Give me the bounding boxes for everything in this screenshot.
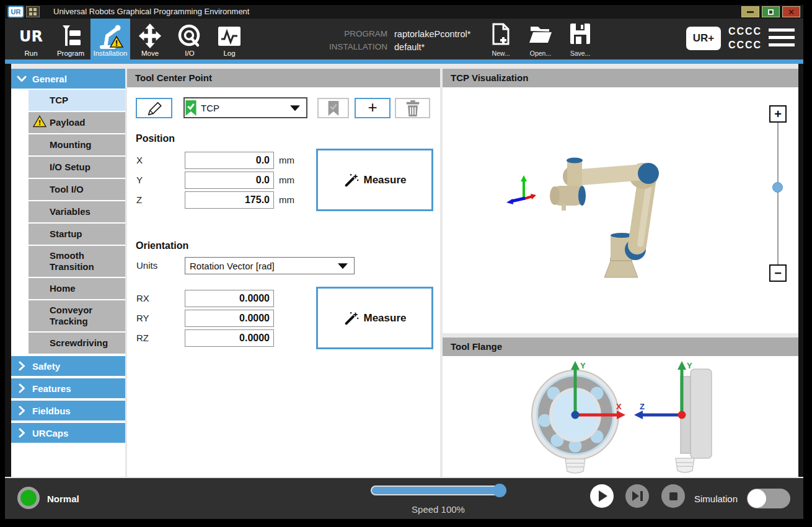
sidebar-section-fieldbus[interactable]: Fieldbus <box>11 401 125 420</box>
sidebar-item-tool-io[interactable]: Tool I/O <box>29 179 125 200</box>
sidebar-item-smooth-transition[interactable]: Smooth Transition <box>29 246 125 277</box>
sidebar-item-payload[interactable]: ! Payload <box>29 112 125 133</box>
units-dropdown-value: Rotation Vector [rad] <box>190 261 275 271</box>
footer-bar: Normal Speed 100% Simulation <box>5 478 803 519</box>
ry-label: RY <box>136 310 180 327</box>
stop-icon <box>669 492 677 500</box>
y-field[interactable] <box>185 172 274 189</box>
sidebar-item-home[interactable]: Home <box>29 278 125 299</box>
sidebar-section-features[interactable]: Features <box>11 378 125 398</box>
program-tree-icon <box>58 23 83 49</box>
speed-slider-handle[interactable] <box>493 484 506 497</box>
sidebar-item-io-setup[interactable]: I/O Setup <box>29 157 125 178</box>
robot-status-indicator[interactable] <box>17 487 40 509</box>
measure-position-button[interactable]: Measure <box>316 149 433 211</box>
flange-front-x-label: X <box>616 402 622 411</box>
urplus-badge[interactable]: UR+ <box>686 27 721 50</box>
tcp-select-dropdown[interactable]: TCP <box>183 97 307 118</box>
flange-side-z-label: Z <box>640 402 645 411</box>
robot-status-label: Normal <box>47 478 79 519</box>
speed-label: Speed 100% <box>371 504 506 515</box>
program-name: raptorlakePcontrol* <box>394 29 470 39</box>
ur-logo-icon: UR <box>7 6 24 18</box>
trash-icon <box>404 100 421 117</box>
content-area: General TCP ! Payload Mounting I/O Setup… <box>5 64 803 477</box>
flange-panel-title: Tool Flange <box>443 338 798 356</box>
set-default-tcp-button[interactable] <box>317 98 349 118</box>
rx-field[interactable] <box>185 290 274 307</box>
speed-slider-track[interactable] <box>371 486 506 495</box>
delete-tcp-button[interactable] <box>395 98 430 118</box>
close-button[interactable]: ✕ <box>782 6 800 17</box>
rz-field[interactable] <box>185 329 274 347</box>
installation-warning-icon: ! <box>110 37 123 48</box>
play-icon <box>599 490 607 502</box>
ry-field[interactable] <box>185 310 274 327</box>
installation-label: INSTALLATION <box>296 42 387 51</box>
new-button[interactable]: New... <box>482 22 519 57</box>
zoom-slider-track[interactable] <box>777 123 779 264</box>
tab-log[interactable]: Log <box>210 19 249 59</box>
sidebar-item-mounting[interactable]: Mounting <box>29 134 125 155</box>
open-button[interactable]: Open... <box>522 22 559 57</box>
io-wheel-icon <box>177 23 202 49</box>
units-label: Units <box>136 257 180 274</box>
sidebar-item-startup[interactable]: Startup <box>29 224 125 245</box>
x-label: X <box>136 152 180 169</box>
chevron-right-icon <box>11 361 32 371</box>
edit-tcp-button[interactable] <box>136 98 172 118</box>
sidebar-item-screwdriving[interactable]: Screwdriving <box>29 333 125 354</box>
step-button[interactable] <box>625 484 649 508</box>
flange-side-y-label: Y <box>687 361 692 370</box>
account-text: CCCC CCCC <box>726 25 764 52</box>
simulation-label: Simulation <box>694 478 738 519</box>
window-menu-icon[interactable] <box>26 6 40 17</box>
polyscope-window: UR Universal Robots Graphical Programmin… <box>5 5 803 519</box>
x-unit: mm <box>279 152 294 169</box>
measure-orientation-button[interactable]: Measure <box>316 287 433 349</box>
tcp-visualization-canvas[interactable]: + − <box>443 87 798 333</box>
save-floppy-icon <box>569 22 591 48</box>
sidebar-collapsed-sections: Safety Features Fieldbus URCaps <box>11 356 125 443</box>
title-bar: UR Universal Robots Graphical Programmin… <box>5 5 803 19</box>
sidebar-item-variables[interactable]: Variables <box>29 201 125 222</box>
stop-button[interactable] <box>661 484 685 508</box>
svg-text:!: ! <box>38 119 41 127</box>
panel-gap <box>443 333 798 338</box>
save-button[interactable]: Save... <box>562 22 599 57</box>
dropdown-arrow-icon <box>338 263 348 269</box>
units-dropdown[interactable]: Rotation Vector [rad] <box>185 257 355 274</box>
hamburger-menu-icon[interactable] <box>769 28 795 51</box>
move-arrows-icon <box>138 23 162 49</box>
sidebar-item-conveyor-tracking[interactable]: Conveyor Tracking <box>29 300 125 331</box>
sidebar-section-urcaps[interactable]: URCaps <box>11 423 125 443</box>
z-field[interactable] <box>185 191 274 209</box>
tab-run[interactable]: UR Run <box>11 19 51 59</box>
minimize-button[interactable] <box>741 6 759 17</box>
tab-io[interactable]: I/O <box>170 19 210 59</box>
zoom-slider-handle[interactable] <box>772 182 783 193</box>
simulation-toggle[interactable] <box>747 489 790 508</box>
sidebar-item-tcp[interactable]: TCP <box>29 90 125 111</box>
sidebar: General TCP ! Payload Mounting I/O Setup… <box>11 69 125 477</box>
x-field[interactable] <box>185 152 274 169</box>
tab-program[interactable]: Program <box>51 19 90 59</box>
sidebar-section-safety[interactable]: Safety <box>11 356 125 376</box>
tab-installation[interactable]: ! Installation <box>90 19 130 59</box>
accent-divider <box>5 59 803 64</box>
tab-move[interactable]: Move <box>130 19 170 59</box>
add-tcp-button[interactable]: + <box>355 98 391 118</box>
y-unit: mm <box>279 172 294 189</box>
play-button[interactable] <box>590 484 614 508</box>
zoom-in-button[interactable]: + <box>769 105 787 123</box>
open-folder-icon <box>528 22 553 48</box>
maximize-button[interactable] <box>762 6 780 17</box>
zoom-out-button[interactable]: − <box>769 264 787 282</box>
rz-label: RZ <box>136 329 180 347</box>
default-tcp-bookmark-icon <box>185 100 197 116</box>
step-icon <box>632 491 643 501</box>
sidebar-section-general[interactable]: General <box>11 69 125 89</box>
z-unit: mm <box>279 191 294 209</box>
chevron-down-icon <box>11 76 32 82</box>
wand-icon <box>343 172 360 188</box>
